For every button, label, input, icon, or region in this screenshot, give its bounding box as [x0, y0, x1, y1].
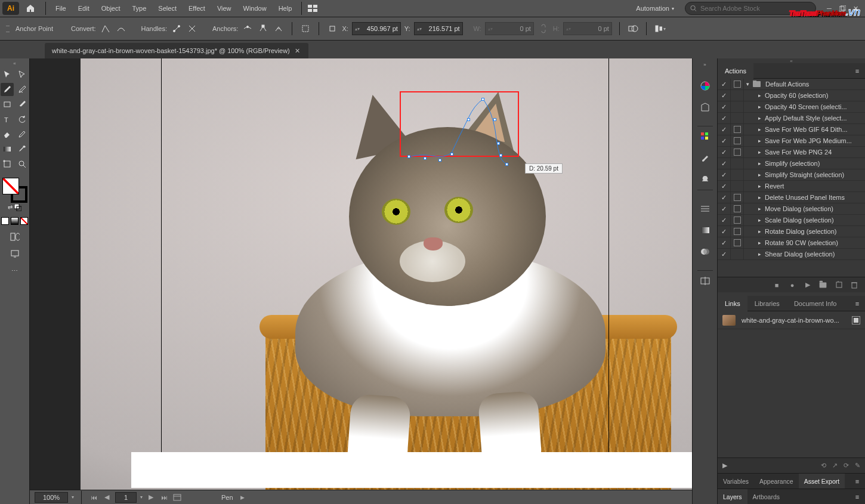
- paintbrush-tool[interactable]: [16, 98, 29, 111]
- brushes-panel-icon[interactable]: [697, 150, 713, 166]
- menu-select[interactable]: Select: [152, 0, 183, 17]
- toggle-dialog[interactable]: [731, 135, 744, 147]
- action-label[interactable]: ▸Save For Web JPG Medium...: [744, 137, 863, 144]
- anchor-point[interactable]: [493, 118, 496, 121]
- color-panel-icon[interactable]: [697, 78, 713, 94]
- zoom-dropdown-icon[interactable]: ▾: [72, 494, 74, 500]
- toggle-check[interactable]: [718, 158, 731, 169]
- curvature-tool[interactable]: [16, 83, 29, 96]
- action-set-row[interactable]: ▾Default Actions: [718, 79, 865, 90]
- anchor-point[interactable]: [499, 154, 502, 157]
- go-to-link-icon[interactable]: ↗: [832, 462, 838, 469]
- screen-mode-icon[interactable]: [8, 248, 21, 261]
- toggle-check[interactable]: [718, 169, 731, 181]
- toggle-check[interactable]: [718, 113, 731, 124]
- toggle-dialog[interactable]: [731, 124, 744, 135]
- prev-artboard-icon[interactable]: ◀: [102, 493, 112, 502]
- delete-action-icon[interactable]: [849, 280, 859, 290]
- convert-smooth-icon[interactable]: [115, 23, 127, 35]
- document-info-tab[interactable]: Document Info: [787, 296, 844, 311]
- toggle-check[interactable]: [718, 147, 731, 158]
- toggle-dialog[interactable]: [731, 181, 744, 192]
- panel-menu-icon[interactable]: ≡: [849, 474, 865, 489]
- toggle-dialog[interactable]: [731, 169, 744, 181]
- shaper-tool[interactable]: [16, 128, 29, 141]
- menu-object[interactable]: Object: [95, 0, 126, 17]
- artboard-nav-icon[interactable]: [172, 493, 182, 502]
- toggle-dialog[interactable]: [731, 158, 744, 169]
- swap-fill-stroke-icon[interactable]: ⇄: [8, 204, 13, 212]
- eraser-tool[interactable]: [1, 128, 14, 141]
- actions-tab[interactable]: Actions: [718, 63, 753, 79]
- action-row[interactable]: ▸Save For Web PNG 24: [718, 147, 865, 158]
- automation-menu[interactable]: Automation ▾: [630, 0, 680, 17]
- show-link-info-icon[interactable]: ▶: [722, 462, 727, 469]
- toggle-dialog[interactable]: [731, 113, 744, 124]
- toggle-dialog[interactable]: [731, 203, 744, 215]
- isolate-icon[interactable]: [326, 23, 338, 35]
- layers-tab[interactable]: Layers: [718, 489, 747, 505]
- toolbar-grip-icon[interactable]: «: [4, 61, 26, 66]
- window-close-icon[interactable]: ✕: [851, 4, 860, 13]
- panel-menu-icon[interactable]: ≡: [849, 489, 865, 505]
- artboard-dropdown-icon[interactable]: ▾: [140, 494, 143, 500]
- action-label[interactable]: ▸Shear Dialog (selection): [744, 251, 863, 258]
- action-label[interactable]: ▸Save For Web GIF 64 Dith...: [744, 126, 863, 133]
- menu-help[interactable]: Help: [273, 0, 298, 17]
- update-link-icon[interactable]: ⟳: [844, 462, 849, 469]
- toggle-dialog[interactable]: [731, 249, 744, 260]
- link-item[interactable]: white-and-gray-cat-in-brown-wo...: [718, 311, 865, 329]
- action-row[interactable]: ▸Move Dialog (selection): [718, 203, 865, 215]
- selection-tool[interactable]: [1, 68, 14, 81]
- variables-tab[interactable]: Variables: [718, 474, 754, 489]
- x-field[interactable]: ▴▾: [352, 22, 401, 35]
- action-row[interactable]: ▸Opacity 40 Screen (selecti...: [718, 101, 865, 113]
- status-dropdown-icon[interactable]: ▶: [240, 494, 245, 500]
- new-set-icon[interactable]: [818, 280, 828, 290]
- action-label[interactable]: ▸Opacity 40 Screen (selecti...: [744, 103, 863, 110]
- rectangle-tool[interactable]: [1, 98, 14, 111]
- action-row[interactable]: ▸Rotate Dialog (selection): [718, 226, 865, 237]
- home-icon[interactable]: [24, 2, 37, 15]
- fill-swatch[interactable]: [2, 178, 19, 194]
- arrange-documents-icon[interactable]: [305, 1, 320, 16]
- toggle-check[interactable]: [718, 226, 731, 237]
- toggle-dialog[interactable]: [731, 215, 744, 226]
- zoom-tool[interactable]: [16, 157, 29, 171]
- artboard-tool[interactable]: [1, 157, 14, 171]
- edit-original-icon[interactable]: ✎: [855, 462, 860, 469]
- first-artboard-icon[interactable]: ⏮: [89, 493, 98, 502]
- stop-recording-icon[interactable]: ■: [772, 280, 781, 290]
- anchor-point[interactable]: [505, 163, 508, 166]
- toggle-check[interactable]: [718, 192, 731, 203]
- symbols-panel-icon[interactable]: [697, 172, 713, 187]
- color-mode-none[interactable]: [20, 217, 28, 225]
- gradient-panel-icon[interactable]: [697, 222, 713, 238]
- align-to-pixel-icon[interactable]: [299, 23, 311, 35]
- action-label[interactable]: ▸Revert: [744, 183, 863, 190]
- toggle-check[interactable]: [718, 181, 731, 192]
- anchor-point[interactable]: [407, 155, 410, 158]
- control-grip-icon[interactable]: [6, 23, 10, 35]
- toggle-check[interactable]: [718, 124, 731, 135]
- action-row[interactable]: ▸Shear Dialog (selection): [718, 249, 865, 260]
- toggle-dialog[interactable]: [731, 79, 744, 90]
- edit-toolbar-icon[interactable]: ⋯: [8, 264, 21, 277]
- default-fill-stroke-icon[interactable]: [14, 204, 21, 212]
- next-artboard-icon[interactable]: ▶: [146, 493, 156, 502]
- play-action-icon[interactable]: ▶: [803, 280, 813, 290]
- color-mode-gradient[interactable]: [11, 217, 18, 225]
- convert-corner-icon[interactable]: [100, 23, 112, 35]
- action-label[interactable]: ▸Simplify (selection): [744, 160, 863, 167]
- menu-file[interactable]: File: [50, 0, 72, 17]
- type-tool[interactable]: T: [1, 113, 14, 126]
- libraries-tab[interactable]: Libraries: [747, 296, 787, 311]
- anchor-point[interactable]: [438, 159, 441, 162]
- panel-menu-icon[interactable]: ≡: [849, 63, 865, 79]
- action-label[interactable]: ▸Simplify Straight (selection): [744, 171, 863, 178]
- canvas[interactable]: D: 20.59 pt: [30, 58, 692, 504]
- artboards-tab[interactable]: Artboards: [747, 489, 786, 505]
- search-stock-field[interactable]: [685, 2, 816, 15]
- shape-mask-icon[interactable]: [627, 23, 639, 35]
- menu-effect[interactable]: Effect: [183, 0, 211, 17]
